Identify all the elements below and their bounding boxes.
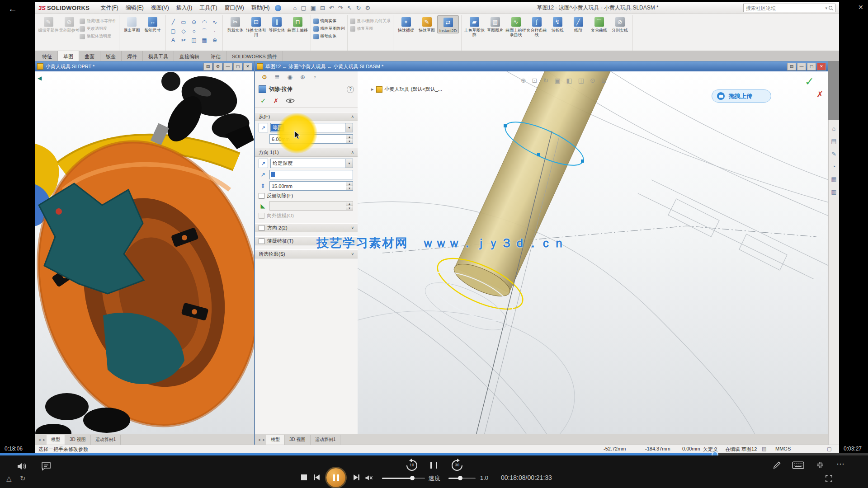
assembly-transparency-button[interactable]: 装配体透明度 <box>80 33 117 40</box>
redo-icon[interactable]: ↷ <box>338 5 343 11</box>
mirror-entities-button[interactable]: 镜向实体 <box>313 18 345 24</box>
feature-tree-collapse-icon[interactable]: ◀ <box>38 75 42 81</box>
linear-pattern-button[interactable]: 线性草图阵列 <box>313 25 345 32</box>
exit-sketch-button[interactable]: 退出草图 <box>122 15 142 33</box>
mirror-tool-icon[interactable]: ◫ <box>189 36 199 45</box>
speed-slider[interactable] <box>448 478 476 479</box>
tab-sketch[interactable]: 草图 <box>58 51 79 62</box>
tab-sheetmetal[interactable]: 钣金 <box>100 51 122 62</box>
status-editing-mode[interactable]: 在编辑 草图12 <box>725 446 757 453</box>
home-icon[interactable]: ⌂ <box>293 5 297 11</box>
volume-slider[interactable] <box>382 478 425 479</box>
ok-button[interactable]: ✓ <box>260 97 266 105</box>
part-window-titlebar[interactable]: 小黄人玩具.SLDPRT * ▤ ⚙ — ▢ ✕ <box>35 61 254 71</box>
offset-entities-button[interactable]: ∥ 等距实体 <box>267 15 288 33</box>
restore-button[interactable]: ▢ <box>233 63 242 70</box>
appearances-icon[interactable]: ◔ <box>832 163 836 170</box>
view-orientation-icon[interactable]: ▣ <box>554 77 560 84</box>
pattern-tool-icon[interactable]: ▦ <box>199 36 210 45</box>
change-transparency-button[interactable]: 更改透明度 <box>80 25 117 32</box>
skip-forward-30-button[interactable]: 30 <box>450 458 464 473</box>
tab-scroll-left-icon[interactable]: ◂ <box>37 437 42 442</box>
keyboard-shortcuts-icon[interactable] <box>792 461 804 469</box>
custom-properties-icon[interactable]: ▦ <box>831 176 836 183</box>
drag-upload-button[interactable]: 拖拽上传 <box>712 89 771 103</box>
segment-button[interactable]: ╱线段 <box>568 15 589 33</box>
graphics-area[interactable]: ▸ 小黄人玩具 (默认<默认_... ⊕ ⊡ ↻ ▣ ◧ ◫ ⊙ ≣ <box>358 71 828 434</box>
tab-features[interactable]: 特征 <box>37 51 58 62</box>
print-icon[interactable]: ⊟ <box>320 5 325 11</box>
shaded-contours-button[interactable]: ▰上色草图轮廓 <box>464 15 485 37</box>
tab-addins[interactable]: SOLIDWORKS 插件 <box>226 51 283 62</box>
rebuild-icon[interactable]: ↻ <box>356 5 361 11</box>
speed-slider-knob[interactable] <box>458 476 462 480</box>
direction-selection-field[interactable] <box>269 170 353 179</box>
menu-window[interactable]: 窗口(W) <box>221 3 247 13</box>
line-tool-icon[interactable]: ╱ <box>168 18 179 27</box>
tab-scroll-right-icon[interactable]: ▸ <box>262 437 267 442</box>
text-tool-icon[interactable]: A <box>168 36 179 45</box>
display-style-icon[interactable]: ◧ <box>566 77 572 84</box>
play-pause-button[interactable] <box>326 468 345 487</box>
smart-dimension-button[interactable]: ↔ 智能尺寸 <box>142 15 163 33</box>
part-tab-3dviews[interactable]: 3D 视图 <box>65 435 91 445</box>
assembly-tab-model[interactable]: 模型 <box>266 435 285 445</box>
tab-scroll-left-icon[interactable]: ◂ <box>257 437 262 442</box>
dimxpert-tab-icon[interactable]: ⊕ <box>300 74 305 80</box>
quick-snaps-button[interactable]: ⌖ 快速捕捉 <box>396 15 416 33</box>
close-button[interactable]: ✕ <box>817 63 826 70</box>
danmaku-chat-icon[interactable] <box>41 461 52 472</box>
part-viewport[interactable]: ◀ <box>35 71 254 434</box>
part-tab-model[interactable]: 模型 <box>47 435 65 445</box>
display-relations-button[interactable]: 显示/删除几何关系 <box>350 18 391 24</box>
restore-button[interactable]: ▢ <box>807 63 816 70</box>
menu-pin-icon[interactable] <box>275 5 281 11</box>
status-units[interactable]: MMGS <box>775 446 791 451</box>
arc-tool-icon[interactable]: ◠ <box>199 18 210 27</box>
appearance-icon[interactable]: ≣ <box>601 77 607 84</box>
status-tag-icon[interactable]: ▢ <box>827 446 831 452</box>
spline-tool-icon[interactable]: ∿ <box>210 18 220 27</box>
tab-evaluate[interactable]: 评估 <box>205 51 226 62</box>
back-arrow-icon[interactable]: ← <box>8 4 17 14</box>
assembly-tab-3dviews[interactable]: 3D 视图 <box>285 435 311 445</box>
rotate-view-icon[interactable]: ↻ <box>543 77 548 84</box>
depth-spinner[interactable]: 15.00mm ▲▼ <box>269 181 353 191</box>
menu-view[interactable]: 视图(V) <box>147 3 173 13</box>
fit-spline-button[interactable]: ∫套合样条曲线 <box>526 15 547 37</box>
dropdown-arrow-icon[interactable]: ▼ <box>345 123 353 132</box>
no-external-ref-button[interactable]: ⊘ 无外部参考 <box>59 15 80 33</box>
move-entities-button[interactable]: 移动实体 <box>313 33 345 40</box>
close-button[interactable]: ✕ <box>243 63 252 70</box>
display-manager-tab-icon[interactable]: ◔ <box>313 74 316 80</box>
zoom-fit-icon[interactable]: ⊕ <box>521 77 526 84</box>
slot-tool-icon[interactable]: ▢ <box>168 27 179 36</box>
warning-icon[interactable]: △ <box>6 474 12 483</box>
tab-weldments[interactable]: 焊件 <box>122 51 143 62</box>
dropdown-arrow-icon[interactable]: ▼ <box>345 159 353 168</box>
window-grid-button[interactable]: ▤ <box>203 63 212 70</box>
trim-tool-icon[interactable]: ✂ <box>179 36 189 45</box>
save-icon[interactable]: ▣ <box>311 5 316 11</box>
window-grid-button[interactable]: ▤ <box>787 63 796 70</box>
expand-chevron-icon[interactable]: ∨ <box>351 252 354 256</box>
surface-offset-button[interactable]: ⊓ 曲面上偏移 <box>288 15 308 33</box>
skip-back-10-button[interactable]: 10 <box>405 458 419 473</box>
menu-tools[interactable]: 工具(T) <box>196 3 221 13</box>
preview-eye-icon[interactable] <box>286 98 295 103</box>
video-close-icon[interactable]: ✕ <box>858 4 863 11</box>
direction2-section-header[interactable]: 方向 2(2) ∨ <box>255 223 358 232</box>
more-options-icon[interactable]: ⋯ <box>836 459 844 469</box>
propertymanager-tab-icon[interactable]: ⚙ <box>262 74 267 80</box>
menu-edit[interactable]: 编辑(E) <box>122 3 147 13</box>
edit-component-button[interactable]: ✎ 编辑零部件 <box>38 15 59 33</box>
menu-insert[interactable]: 插入(I) <box>173 3 196 13</box>
reload-icon[interactable]: ↻ <box>20 474 26 483</box>
end-condition-dropdown[interactable]: 给定深度 ▼ <box>270 159 353 168</box>
featuremanager-tab-icon[interactable]: ≣ <box>275 74 280 80</box>
draft-angle-spinner[interactable]: ▲▼ <box>269 201 353 211</box>
section-view-icon[interactable]: ◫ <box>578 77 584 84</box>
convert-entities-button[interactable]: ⊡ 转换实体引用 <box>246 15 267 37</box>
new-file-icon[interactable]: ▢ <box>301 5 306 11</box>
solidworks-resources-icon[interactable]: ⌂ <box>832 125 836 132</box>
